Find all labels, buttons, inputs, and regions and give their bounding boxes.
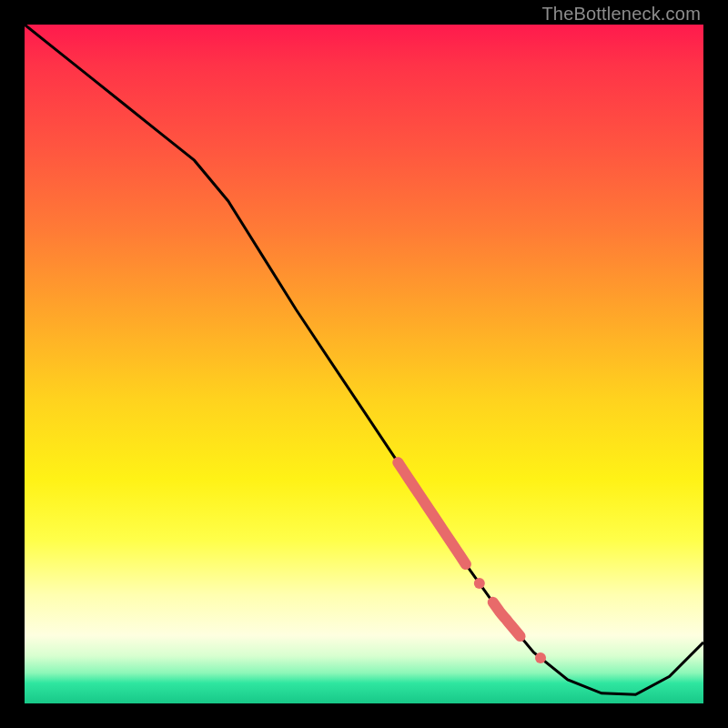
chart-svg: [25, 25, 703, 703]
chart-frame: TheBottleneck.com: [0, 0, 728, 728]
highlight-markers: [398, 462, 546, 663]
highlight-segment-2: [493, 602, 521, 636]
bottleneck-curve: [25, 25, 703, 694]
highlight-dot-1: [474, 578, 485, 589]
highlight-segment-1: [398, 462, 466, 564]
watermark-text: TheBottleneck.com: [541, 4, 701, 25]
plot-area: [25, 25, 703, 703]
highlight-dot-2: [535, 652, 546, 663]
